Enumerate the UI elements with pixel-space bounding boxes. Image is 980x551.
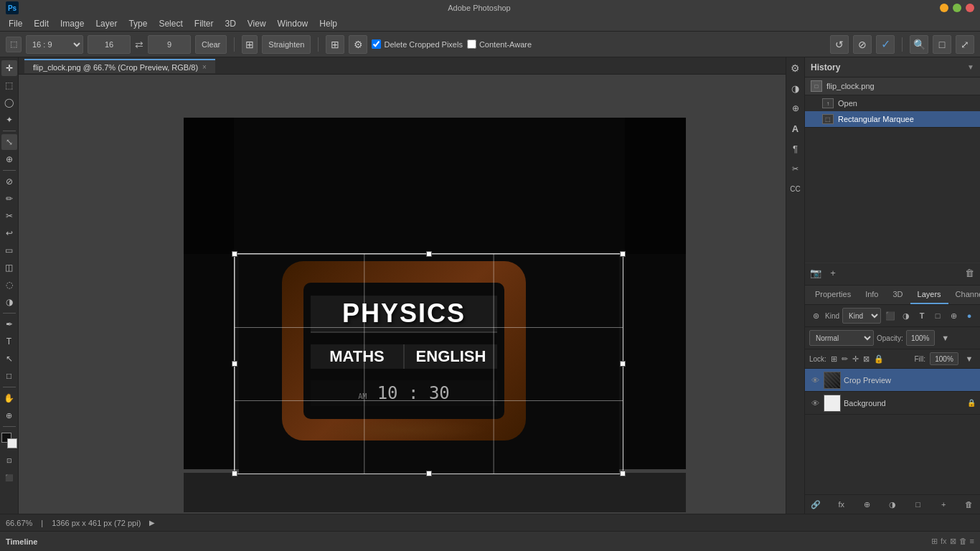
crop-handle-bot-right[interactable]	[620, 471, 626, 476]
menu-layer[interactable]: Layer	[90, 17, 123, 30]
cancel-button[interactable]: ⊘	[853, 35, 872, 54]
aspect-ratio-select[interactable]: 16 : 9	[26, 35, 83, 54]
marquee-tool[interactable]: ⬚	[1, 77, 17, 93]
screen-mode-btn[interactable]: ⬛	[1, 470, 17, 486]
link-layers-btn[interactable]: 🔗	[809, 498, 822, 511]
menu-type[interactable]: Type	[123, 17, 153, 30]
history-collapse-icon[interactable]: ▼	[967, 63, 974, 71]
canvas-tab-active[interactable]: flip_clock.png @ 66.7% (Crop Preview, RG…	[24, 59, 215, 73]
timeline-btn-2[interactable]: fx	[941, 537, 947, 546]
canvas-tab-close[interactable]: ×	[202, 63, 207, 71]
overlay-options-icon[interactable]: ⊞	[326, 35, 344, 54]
fill-adj-btn[interactable]: ◑	[886, 498, 899, 511]
menu-filter[interactable]: Filter	[189, 17, 220, 30]
layer-visibility-crop[interactable]: 👁	[809, 375, 821, 386]
history-item-marquee[interactable]: ⬚ Rectangular Marquee	[805, 111, 980, 127]
minimize-button[interactable]: −	[940, 4, 948, 12]
adjust-filter-icon[interactable]: ◑	[900, 309, 913, 322]
hand-tool[interactable]: ✋	[1, 390, 17, 406]
menu-file[interactable]: File	[3, 17, 28, 30]
lock-all-icon[interactable]: 🔒	[874, 354, 884, 364]
workspace-icon[interactable]: □	[933, 35, 951, 54]
paragraph-panel-icon[interactable]: ¶	[788, 141, 804, 156]
lasso-tool[interactable]: ◯	[1, 95, 17, 110]
menu-view[interactable]: View	[242, 17, 272, 30]
dodge-tool[interactable]: ◑	[1, 294, 17, 310]
history-new-btn[interactable]: +	[826, 266, 839, 279]
menu-help[interactable]: Help	[314, 17, 343, 30]
brush-tool[interactable]: ✏	[1, 191, 17, 207]
menu-image[interactable]: Image	[55, 17, 90, 30]
add-style-btn[interactable]: fx	[835, 498, 848, 511]
straighten-button[interactable]: Straighten	[262, 35, 311, 54]
new-layer-btn[interactable]: +	[937, 498, 950, 511]
pixel-filter-icon[interactable]: ⬛	[884, 309, 897, 322]
shape-filter-icon[interactable]: □	[931, 309, 944, 322]
lock-position-icon[interactable]: ✛	[852, 354, 859, 364]
quick-mask-btn[interactable]: ⊡	[1, 453, 17, 468]
fill-menu-icon[interactable]: ▼	[963, 352, 976, 365]
background-color[interactable]	[7, 438, 17, 448]
crop-tool[interactable]: ⤡	[1, 134, 17, 150]
timeline-btn-1[interactable]: ⊞	[931, 537, 938, 546]
tab-3d[interactable]: 3D	[886, 286, 910, 304]
new-group-btn[interactable]: □	[912, 498, 925, 511]
maximize-button[interactable]: □	[953, 4, 961, 12]
blend-mode-select[interactable]: Normal	[809, 330, 874, 346]
timeline-btn-4[interactable]: 🗑	[959, 537, 967, 546]
delete-cropped-checkbox[interactable]	[372, 39, 381, 49]
crop-options-icon[interactable]: ⚙	[349, 35, 367, 54]
tab-info[interactable]: Info	[858, 286, 885, 304]
adjustments-panel-icon[interactable]: ◑	[788, 80, 804, 96]
lock-paint-icon[interactable]: ✏	[842, 354, 848, 364]
shape-tool[interactable]: □	[1, 368, 17, 384]
content-aware-checkbox[interactable]	[467, 39, 476, 49]
tab-layers[interactable]: Layers	[910, 286, 948, 304]
crop-height-input[interactable]	[148, 35, 191, 54]
fill-input[interactable]	[930, 352, 958, 365]
crop-handle-top-right[interactable]	[620, 251, 626, 257]
crop-handle-top-mid[interactable]	[426, 251, 432, 257]
pen-tool[interactable]: ✒	[1, 316, 17, 332]
history-file-row[interactable]: □ flip_clock.png	[805, 77, 980, 95]
filter-active-icon[interactable]: ●	[963, 309, 976, 322]
color-swatches[interactable]	[1, 433, 17, 448]
history-panel-header[interactable]: History ▼	[805, 57, 980, 77]
clear-button[interactable]: Clear	[195, 35, 227, 54]
layer-visibility-bg[interactable]: 👁	[809, 397, 821, 409]
history-item-open[interactable]: ↑ Open	[805, 95, 980, 111]
magic-wand-tool[interactable]: ✦	[1, 112, 17, 128]
lock-artboard-icon[interactable]: ⊠	[863, 354, 870, 364]
eraser-tool[interactable]: ▭	[1, 242, 17, 258]
maximize-icon[interactable]: ⤢	[956, 35, 974, 54]
options-panel-icon[interactable]: ⚙	[788, 60, 804, 76]
crop-handle-top-left[interactable]	[232, 251, 237, 257]
menu-window[interactable]: Window	[272, 17, 314, 30]
crop-box[interactable]	[234, 253, 623, 474]
crop-handle-bot-left[interactable]	[232, 471, 237, 476]
lock-pixels-icon[interactable]: ⊞	[831, 354, 837, 364]
path-select-tool[interactable]: ↖	[1, 351, 17, 367]
delete-layer-btn[interactable]: 🗑	[963, 498, 976, 511]
crop-handle-mid-right[interactable]	[620, 361, 626, 367]
eyedropper-tool[interactable]: ⊕	[1, 151, 17, 167]
opacity-menu-icon[interactable]: ▼	[939, 331, 952, 344]
history-brush-tool[interactable]: ↩	[1, 225, 17, 241]
menu-select[interactable]: Select	[153, 17, 188, 30]
gradient-tool[interactable]: ◫	[1, 260, 17, 276]
swap-icon[interactable]: ⇄	[135, 39, 143, 50]
search-icon[interactable]: 🔍	[910, 35, 928, 54]
menu-3d[interactable]: 3D	[219, 17, 241, 30]
commit-button[interactable]: ✓	[876, 35, 895, 54]
blur-tool[interactable]: ◌	[1, 277, 17, 293]
tool-preset-picker[interactable]: ⬚	[6, 37, 22, 52]
tab-channels[interactable]: Channels	[948, 286, 980, 304]
layer-row-background[interactable]: 👁 Background 🔒	[805, 392, 980, 415]
smart-filter-icon[interactable]: ⊕	[947, 309, 960, 322]
add-mask-btn[interactable]: ⊕	[860, 498, 873, 511]
reset-button[interactable]: ↺	[830, 35, 849, 54]
menu-edit[interactable]: Edit	[28, 17, 55, 30]
crop-handle-mid-left[interactable]	[232, 361, 237, 367]
close-button[interactable]: ×	[966, 4, 974, 12]
straighten-grid-icon[interactable]: ⊞	[242, 35, 258, 54]
